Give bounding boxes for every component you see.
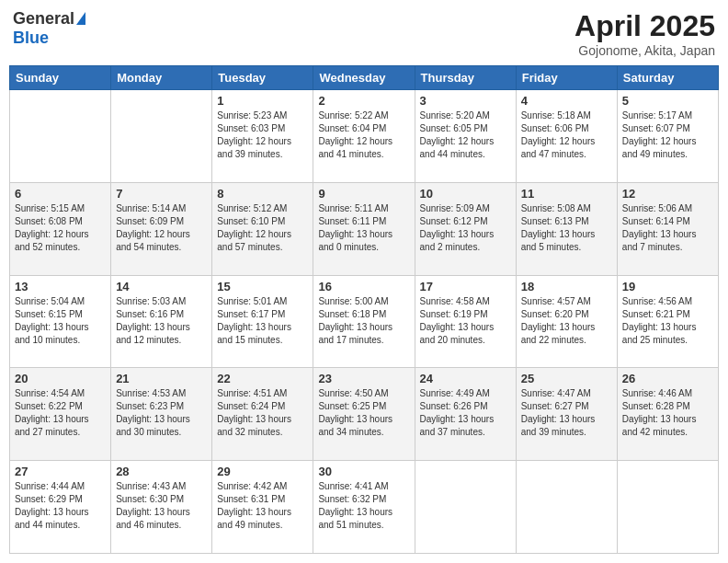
cell-info: Sunrise: 4:44 AM Sunset: 6:29 PM Dayligh… [15, 480, 106, 532]
calendar-cell: 14Sunrise: 5:03 AM Sunset: 6:16 PM Dayli… [111, 275, 212, 368]
day-number: 20 [15, 372, 106, 385]
calendar-cell [111, 90, 212, 183]
title-block: April 2025 Gojonome, Akita, Japan [574, 9, 715, 58]
cell-info: Sunrise: 5:17 AM Sunset: 6:07 PM Dayligh… [622, 109, 713, 161]
day-number: 25 [521, 372, 612, 385]
calendar-cell: 15Sunrise: 5:01 AM Sunset: 6:17 PM Dayli… [212, 275, 313, 368]
cell-info: Sunrise: 4:51 AM Sunset: 6:24 PM Dayligh… [217, 387, 308, 439]
day-header-monday: Monday [111, 66, 212, 90]
calendar-cell: 9Sunrise: 5:11 AM Sunset: 6:11 PM Daylig… [313, 182, 415, 275]
cell-info: Sunrise: 4:58 AM Sunset: 6:19 PM Dayligh… [420, 295, 511, 347]
day-number: 22 [217, 372, 308, 385]
day-number: 6 [15, 187, 106, 201]
cell-info: Sunrise: 5:20 AM Sunset: 6:05 PM Dayligh… [420, 109, 511, 161]
week-row-1: 1Sunrise: 5:23 AM Sunset: 6:03 PM Daylig… [10, 90, 719, 183]
header: General Blue April 2025 Gojonome, Akita,… [9, 9, 719, 58]
day-header-thursday: Thursday [415, 66, 516, 90]
cell-info: Sunrise: 5:04 AM Sunset: 6:15 PM Dayligh… [15, 295, 106, 347]
cell-info: Sunrise: 5:00 AM Sunset: 6:18 PM Dayligh… [318, 295, 409, 347]
day-number: 8 [217, 187, 308, 201]
calendar-cell: 17Sunrise: 4:58 AM Sunset: 6:19 PM Dayli… [415, 275, 516, 368]
cell-info: Sunrise: 5:15 AM Sunset: 6:08 PM Dayligh… [15, 202, 106, 254]
day-number: 29 [217, 465, 308, 478]
cell-info: Sunrise: 5:18 AM Sunset: 6:06 PM Dayligh… [521, 109, 612, 161]
cell-info: Sunrise: 4:56 AM Sunset: 6:21 PM Dayligh… [622, 295, 713, 347]
day-number: 3 [420, 94, 511, 108]
cell-info: Sunrise: 5:06 AM Sunset: 6:14 PM Dayligh… [622, 202, 713, 254]
day-number: 2 [318, 94, 409, 108]
calendar-cell: 26Sunrise: 4:46 AM Sunset: 6:28 PM Dayli… [617, 368, 718, 461]
cell-info: Sunrise: 4:41 AM Sunset: 6:32 PM Dayligh… [318, 480, 409, 532]
day-header-wednesday: Wednesday [313, 66, 415, 90]
calendar-cell: 18Sunrise: 4:57 AM Sunset: 6:20 PM Dayli… [516, 275, 617, 368]
cell-info: Sunrise: 4:57 AM Sunset: 6:20 PM Dayligh… [521, 295, 612, 347]
calendar-cell: 1Sunrise: 5:23 AM Sunset: 6:03 PM Daylig… [212, 90, 313, 183]
day-header-sunday: Sunday [10, 66, 111, 90]
calendar-cell [415, 461, 516, 554]
cell-info: Sunrise: 5:08 AM Sunset: 6:13 PM Dayligh… [521, 202, 612, 254]
day-number: 12 [622, 187, 713, 201]
day-number: 27 [15, 465, 106, 478]
day-number: 13 [15, 280, 106, 293]
week-row-2: 6Sunrise: 5:15 AM Sunset: 6:08 PM Daylig… [10, 182, 719, 275]
day-header-saturday: Saturday [617, 66, 718, 90]
day-number: 28 [116, 465, 207, 478]
day-number: 17 [420, 280, 511, 293]
week-row-5: 27Sunrise: 4:44 AM Sunset: 6:29 PM Dayli… [10, 461, 719, 554]
day-number: 21 [116, 372, 207, 385]
calendar-cell: 21Sunrise: 4:53 AM Sunset: 6:23 PM Dayli… [111, 368, 212, 461]
day-header-friday: Friday [516, 66, 617, 90]
calendar-cell: 25Sunrise: 4:47 AM Sunset: 6:27 PM Dayli… [516, 368, 617, 461]
day-number: 5 [622, 94, 713, 108]
logo-general-text: General [13, 9, 74, 29]
cell-info: Sunrise: 4:46 AM Sunset: 6:28 PM Dayligh… [622, 387, 713, 439]
calendar-cell: 8Sunrise: 5:12 AM Sunset: 6:10 PM Daylig… [212, 182, 313, 275]
cell-info: Sunrise: 5:22 AM Sunset: 6:04 PM Dayligh… [318, 109, 409, 161]
calendar-cell: 23Sunrise: 4:50 AM Sunset: 6:25 PM Dayli… [313, 368, 415, 461]
day-number: 1 [217, 94, 308, 108]
cell-info: Sunrise: 4:50 AM Sunset: 6:25 PM Dayligh… [318, 387, 409, 439]
calendar-cell: 30Sunrise: 4:41 AM Sunset: 6:32 PM Dayli… [313, 461, 415, 554]
header-row: SundayMondayTuesdayWednesdayThursdayFrid… [10, 66, 719, 90]
cell-info: Sunrise: 5:11 AM Sunset: 6:11 PM Dayligh… [318, 202, 409, 254]
calendar-cell: 29Sunrise: 4:42 AM Sunset: 6:31 PM Dayli… [212, 461, 313, 554]
cell-info: Sunrise: 4:42 AM Sunset: 6:31 PM Dayligh… [217, 480, 308, 532]
day-header-tuesday: Tuesday [212, 66, 313, 90]
cell-info: Sunrise: 5:03 AM Sunset: 6:16 PM Dayligh… [116, 295, 207, 347]
week-row-3: 13Sunrise: 5:04 AM Sunset: 6:15 PM Dayli… [10, 275, 719, 368]
day-number: 15 [217, 280, 308, 293]
calendar-cell: 20Sunrise: 4:54 AM Sunset: 6:22 PM Dayli… [10, 368, 111, 461]
calendar-title: April 2025 [574, 9, 715, 43]
day-number: 24 [420, 372, 511, 385]
day-number: 19 [622, 280, 713, 293]
calendar-cell: 22Sunrise: 4:51 AM Sunset: 6:24 PM Dayli… [212, 368, 313, 461]
day-number: 26 [622, 372, 713, 385]
day-number: 10 [420, 187, 511, 201]
calendar-cell: 19Sunrise: 4:56 AM Sunset: 6:21 PM Dayli… [617, 275, 718, 368]
calendar-cell: 24Sunrise: 4:49 AM Sunset: 6:26 PM Dayli… [415, 368, 516, 461]
calendar-cell [10, 90, 111, 183]
day-number: 4 [521, 94, 612, 108]
cell-info: Sunrise: 4:54 AM Sunset: 6:22 PM Dayligh… [15, 387, 106, 439]
day-number: 16 [318, 280, 409, 293]
day-number: 7 [116, 187, 207, 201]
calendar-cell: 6Sunrise: 5:15 AM Sunset: 6:08 PM Daylig… [10, 182, 111, 275]
day-number: 14 [116, 280, 207, 293]
page: General Blue April 2025 Gojonome, Akita,… [0, 0, 728, 563]
calendar-cell: 2Sunrise: 5:22 AM Sunset: 6:04 PM Daylig… [313, 90, 415, 183]
calendar-cell [516, 461, 617, 554]
cell-info: Sunrise: 5:12 AM Sunset: 6:10 PM Dayligh… [217, 202, 308, 254]
logo-blue-text: Blue [13, 29, 49, 48]
calendar-location: Gojonome, Akita, Japan [574, 43, 715, 58]
calendar-cell: 7Sunrise: 5:14 AM Sunset: 6:09 PM Daylig… [111, 182, 212, 275]
cell-info: Sunrise: 4:53 AM Sunset: 6:23 PM Dayligh… [116, 387, 207, 439]
day-number: 23 [318, 372, 409, 385]
cell-info: Sunrise: 4:49 AM Sunset: 6:26 PM Dayligh… [420, 387, 511, 439]
cell-info: Sunrise: 4:47 AM Sunset: 6:27 PM Dayligh… [521, 387, 612, 439]
day-number: 30 [318, 465, 409, 478]
calendar-cell: 3Sunrise: 5:20 AM Sunset: 6:05 PM Daylig… [415, 90, 516, 183]
day-number: 18 [521, 280, 612, 293]
calendar-cell: 11Sunrise: 5:08 AM Sunset: 6:13 PM Dayli… [516, 182, 617, 275]
calendar-cell: 16Sunrise: 5:00 AM Sunset: 6:18 PM Dayli… [313, 275, 415, 368]
calendar-cell: 5Sunrise: 5:17 AM Sunset: 6:07 PM Daylig… [617, 90, 718, 183]
